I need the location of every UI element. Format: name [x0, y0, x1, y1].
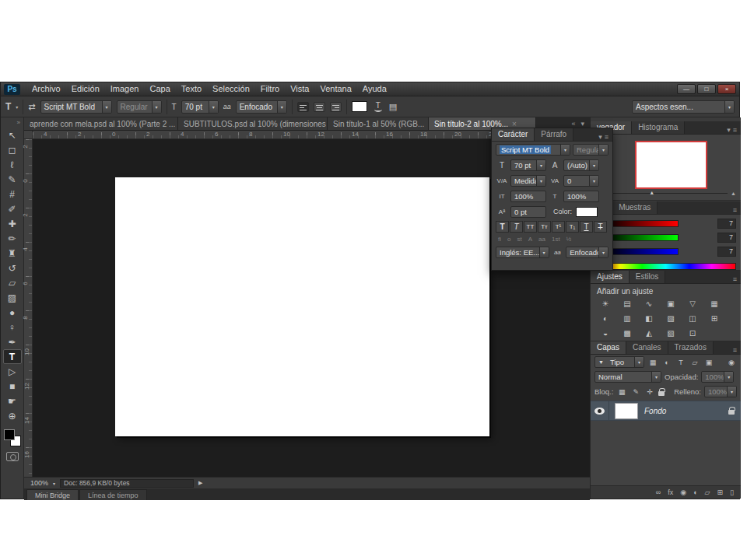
chevron-down-icon[interactable]: ▾ — [536, 176, 545, 186]
panel-menu-icon[interactable]: ≡ — [733, 126, 737, 134]
chevron-down-icon[interactable]: ▾ — [724, 372, 733, 382]
panel-menu-icon[interactable]: ≡ — [733, 206, 737, 214]
link-layers-icon[interactable]: ∞ — [656, 488, 661, 496]
chevron-down-icon[interactable]: ▾ — [634, 357, 644, 367]
menu-imagen[interactable]: Imagen — [105, 82, 145, 96]
anti-alias-select[interactable]: Enfocado ▾ — [236, 100, 287, 114]
zoom-level[interactable]: 100% — [30, 479, 48, 487]
chevron-down-icon[interactable]: ▾ — [589, 160, 598, 170]
type-tool-icon[interactable]: T — [5, 101, 11, 112]
crop-tool[interactable]: # — [3, 187, 22, 201]
path-selection-tool[interactable]: ▷ — [3, 364, 22, 379]
healing-brush-tool[interactable]: ✚ — [3, 216, 22, 231]
adjustment-extra-icon[interactable]: ⊡ — [682, 327, 703, 339]
subscript-button[interactable]: T₁ — [566, 221, 579, 233]
char-baseline-field[interactable]: 0 pt — [510, 206, 546, 218]
chevron-down-icon[interactable]: ▾ — [598, 247, 608, 257]
filter-pixel-layers-icon[interactable]: ▦ — [647, 359, 658, 366]
blue-slider[interactable]: ▴ — [604, 248, 679, 255]
layer-visibility-cell[interactable] — [591, 401, 609, 420]
stylistic-alt-icon[interactable]: aa — [538, 236, 545, 243]
tab-trazados[interactable]: Trazados — [668, 341, 714, 354]
align-center-button[interactable] — [314, 102, 325, 112]
char-vscale-field[interactable]: 100% — [510, 191, 546, 202]
font-style-select[interactable]: Regular ▾ — [117, 100, 162, 114]
chevron-down-icon[interactable]: ▾ — [724, 101, 734, 113]
superscript-button[interactable]: T¹ — [552, 221, 565, 233]
chevron-down-icon[interactable]: ▾ — [277, 101, 286, 113]
menu-capa[interactable]: Capa — [144, 82, 175, 96]
expand-dock-icon[interactable]: » — [1, 117, 23, 128]
lock-pixels-icon[interactable]: ✎ — [630, 388, 641, 396]
chevron-down-icon[interactable]: ▾ — [209, 101, 218, 113]
vibrance-icon[interactable]: ▽ — [682, 298, 703, 310]
eraser-tool[interactable]: ▱ — [3, 275, 22, 290]
chevron-down-icon[interactable]: ▾ — [560, 145, 570, 155]
contextual-alt-icon[interactable]: o — [507, 236, 510, 243]
zoom-slider-track[interactable]: ▲ — [601, 193, 728, 194]
char-tracking-select[interactable]: 0 ▾ — [563, 175, 599, 187]
new-group-icon[interactable]: ▱ — [705, 488, 710, 496]
color-balance-icon[interactable]: ◐ — [595, 313, 615, 324]
toggle-panels-icon[interactable]: ▤ — [389, 102, 397, 112]
quick-selection-tool[interactable]: ✎ — [3, 172, 22, 187]
rectangle-tool[interactable]: ■ — [3, 379, 22, 394]
char-leading-select[interactable]: (Auto) ▾ — [563, 159, 599, 171]
tab-parrafo[interactable]: Párrafo — [535, 128, 573, 141]
filter-type-layers-icon[interactable]: T — [675, 359, 686, 366]
menu-archivo[interactable]: Archivo — [26, 82, 66, 96]
fractions-icon[interactable]: ½ — [566, 236, 572, 243]
chevron-down-icon[interactable]: ▾ — [102, 101, 111, 113]
char-font-family-select[interactable]: Script MT Bold ▾ — [496, 144, 570, 156]
filter-toggle-icon[interactable]: ◉ — [726, 359, 737, 366]
small-caps-button[interactable]: Tᴛ — [538, 221, 551, 233]
panel-menu-icon[interactable]: ≡ — [733, 275, 737, 283]
faux-italic-button[interactable]: T — [510, 221, 523, 233]
restore-button[interactable]: □ — [697, 84, 716, 94]
blend-mode-select[interactable]: Normal ▾ — [594, 371, 661, 383]
discretionary-lig-icon[interactable]: st — [517, 236, 521, 243]
zoom-slider-thumb[interactable]: ▲ — [649, 190, 654, 195]
menu-seleccion[interactable]: Selección — [207, 82, 255, 96]
chevron-down-icon[interactable]: ▾ — [539, 247, 549, 257]
blur-tool[interactable]: ● — [3, 305, 22, 320]
tab-caracter[interactable]: Carácter — [492, 128, 535, 141]
font-size-select[interactable]: 70 pt ▾ — [181, 100, 219, 114]
tab-mini-bridge[interactable]: Mini Bridge — [26, 489, 79, 500]
menu-edicion[interactable]: Edición — [66, 82, 105, 96]
green-slider[interactable]: ▴ — [604, 234, 679, 241]
document-canvas[interactable] — [115, 177, 489, 436]
type-tool-active[interactable]: T — [3, 349, 22, 364]
posterize-icon[interactable]: ◒ — [595, 327, 615, 339]
navigator-preview[interactable] — [635, 141, 707, 189]
ordinals-icon[interactable]: 1st — [552, 236, 560, 243]
blue-value-field[interactable]: 7 — [717, 247, 736, 257]
brush-tool[interactable]: ✏ — [3, 231, 22, 246]
align-right-button[interactable] — [330, 102, 342, 112]
curves-icon[interactable]: ∿ — [639, 298, 659, 310]
tab-muestras[interactable]: Muestras — [612, 201, 658, 214]
color-lookup-icon[interactable]: ◫ — [682, 313, 703, 324]
layer-row-fondo[interactable]: Fondo — [591, 401, 741, 421]
gradient-tool[interactable]: ▨ — [3, 290, 22, 305]
layer-filter-select[interactable]: ▼ Tipo ▾ — [594, 356, 644, 368]
chevron-down-icon[interactable]: ▾ — [598, 145, 608, 155]
tab-timeline[interactable]: Línea de tiempo — [79, 489, 147, 500]
chevron-down-icon[interactable]: ▾ — [152, 101, 161, 113]
filter-adjustment-layers-icon[interactable]: ◐ — [661, 359, 672, 366]
chevron-down-icon[interactable]: ▾ — [536, 160, 545, 170]
chevron-down-icon[interactable]: ▾ — [53, 481, 55, 486]
navigator-zoom-slider[interactable]: ▴ ▲ ▲ — [595, 189, 736, 198]
char-hscale-field[interactable]: 100% — [563, 191, 599, 202]
lock-all-icon[interactable] — [658, 391, 665, 396]
tab-histograma[interactable]: Histograma — [632, 121, 685, 134]
close-button[interactable]: × — [717, 84, 736, 94]
move-tool[interactable]: ↖ — [3, 128, 22, 142]
font-family-select[interactable]: Script MT Bold ▾ — [40, 100, 112, 114]
all-caps-button[interactable]: TT — [524, 221, 537, 233]
chevron-down-icon[interactable]: ▾ — [589, 176, 598, 186]
new-layer-icon[interactable]: ⊞ — [717, 488, 724, 496]
chevron-down-icon[interactable]: ▾ — [727, 387, 736, 397]
panel-menu-icon[interactable]: ≡ — [733, 346, 737, 354]
close-icon[interactable]: × — [512, 120, 517, 128]
